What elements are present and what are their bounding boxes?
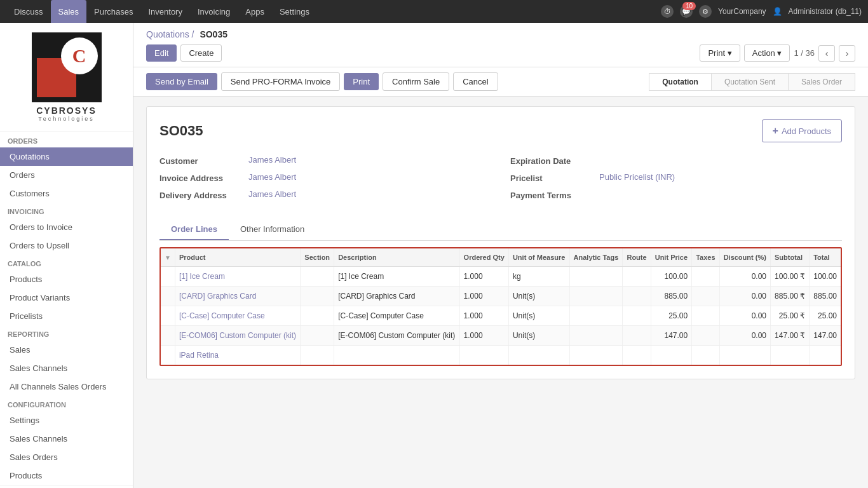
main-layout: C CYBROSYS Technologies Orders Quotation… xyxy=(0,23,868,488)
sidebar-item-orders-to-invoice[interactable]: Orders to Invoice xyxy=(0,218,133,236)
sidebar-item-customers[interactable]: Customers xyxy=(0,184,133,203)
print-button[interactable]: Print ▾ xyxy=(700,44,740,62)
action-row: Send by Email Send PRO-FORMA Invoice Pri… xyxy=(133,67,868,97)
row1-analytic xyxy=(569,267,623,287)
field-value-delivery[interactable]: James Albert xyxy=(248,189,296,199)
row4-uom: Unit(s) xyxy=(508,326,569,346)
print-action-button[interactable]: Print xyxy=(344,73,379,90)
field-label-delivery: Delivery Address xyxy=(159,189,248,200)
content-header: Quotations / SO035 Edit Create Print ▾ A… xyxy=(133,23,868,67)
send-by-email-button[interactable]: Send by Email xyxy=(146,73,217,90)
row5-total xyxy=(810,346,841,365)
row5-drag xyxy=(161,346,175,365)
row2-section xyxy=(301,287,334,306)
message-icon-wrapper[interactable]: 💬 10 xyxy=(680,5,693,18)
nav-inventory[interactable]: Inventory xyxy=(140,0,189,23)
field-value-pricelist[interactable]: Public Pricelist (INR) xyxy=(599,172,675,182)
sidebar-item-config-products[interactable]: Products xyxy=(0,466,133,485)
sidebar-brand-sub: Technologies xyxy=(10,116,123,122)
gear-icon[interactable]: ⚙ xyxy=(699,5,712,18)
action-button[interactable]: Action ▾ xyxy=(744,44,790,62)
field-label-customer: Customer xyxy=(159,155,248,166)
sidebar-item-config-sales-channels[interactable]: Sales Channels xyxy=(0,430,133,448)
sidebar-item-sales-reporting[interactable]: Sales xyxy=(0,341,133,359)
row2-product[interactable]: [CARD] Graphics Card xyxy=(175,287,300,306)
th-route[interactable]: Route xyxy=(623,248,651,267)
create-button[interactable]: Create xyxy=(180,44,222,62)
field-value-customer[interactable]: James Albert xyxy=(248,155,296,165)
th-uom[interactable]: Unit of Measure xyxy=(508,248,569,267)
prev-arrow[interactable]: ‹ xyxy=(818,45,835,62)
row5-product[interactable]: iPad Retina xyxy=(175,346,300,365)
field-pricelist: Pricelist Public Pricelist (INR) xyxy=(510,172,842,183)
nav-purchases[interactable]: Purchases xyxy=(86,0,140,23)
field-value-invoice[interactable]: James Albert xyxy=(248,172,296,182)
row3-product[interactable]: [C-Case] Computer Case xyxy=(175,306,300,326)
sidebar-item-settings[interactable]: Settings xyxy=(0,411,133,430)
th-taxes[interactable]: Taxes xyxy=(692,248,719,267)
th-analytic[interactable]: Analytic Tags xyxy=(569,248,623,267)
next-arrow[interactable]: › xyxy=(839,45,855,62)
sidebar-item-config-sales-orders[interactable]: Sales Orders xyxy=(0,448,133,466)
nav-invoicing[interactable]: Invoicing xyxy=(190,0,238,23)
table-row: [CARD] Graphics Card [CARD] Graphics Car… xyxy=(161,287,841,306)
row2-drag xyxy=(161,287,175,306)
row1-product[interactable]: [1] Ice Cream xyxy=(175,267,300,287)
nav-settings[interactable]: Settings xyxy=(272,0,317,23)
row4-discount: 0.00 xyxy=(719,326,770,346)
sidebar-item-pricelists[interactable]: Pricelists xyxy=(0,307,133,325)
row3-description: [C-Case] Computer Case xyxy=(334,306,459,326)
th-product[interactable]: Product xyxy=(175,248,300,267)
row2-analytic xyxy=(569,287,623,306)
breadcrumb-parent[interactable]: Quotations xyxy=(146,29,189,39)
th-subtotal[interactable]: Subtotal xyxy=(771,248,810,267)
confirm-sale-button[interactable]: Confirm Sale xyxy=(383,72,449,91)
sidebar-item-orders-to-upsell[interactable]: Orders to Upsell xyxy=(0,236,133,255)
row3-taxes xyxy=(692,306,719,326)
edit-button[interactable]: Edit xyxy=(146,44,177,62)
tab-other-info[interactable]: Other Information xyxy=(229,219,316,240)
nav-discuss[interactable]: Discuss xyxy=(6,0,51,23)
th-section[interactable]: Section xyxy=(301,248,334,267)
sidebar-item-all-channels[interactable]: All Channels Sales Orders xyxy=(0,377,133,396)
sidebar-item-product-variants[interactable]: Product Variants xyxy=(0,288,133,307)
tabs: Order Lines Other Information xyxy=(159,219,842,241)
company-name[interactable]: YourCompany xyxy=(718,7,766,16)
sort-icon[interactable]: ▼ xyxy=(165,254,171,261)
status-sales-order: Sales Order xyxy=(788,73,855,91)
table-row: [C-Case] Computer Case [C-Case] Computer… xyxy=(161,306,841,326)
cancel-button[interactable]: Cancel xyxy=(453,72,498,91)
table-row: iPad Retina xyxy=(161,346,841,365)
nav-sales[interactable]: Sales xyxy=(51,0,87,23)
add-products-button[interactable]: + Add Products xyxy=(762,119,842,142)
pagination-area: 1 / 36 ‹ › xyxy=(794,45,855,62)
row4-product[interactable]: [E-COM06] Custom Computer (kit) xyxy=(175,326,300,346)
breadcrumb: Quotations / SO035 xyxy=(146,29,855,39)
sidebar-item-orders[interactable]: Orders xyxy=(0,166,133,184)
row5-taxes xyxy=(692,346,719,365)
th-total[interactable]: Total xyxy=(810,248,841,267)
row5-route xyxy=(623,346,651,365)
plus-icon: + xyxy=(773,125,778,137)
field-label-payment: Payment Terms xyxy=(510,189,599,200)
sidebar: C CYBROSYS Technologies Orders Quotation… xyxy=(0,23,133,488)
tab-order-lines[interactable]: Order Lines xyxy=(159,219,229,240)
th-qty[interactable]: Ordered Qty xyxy=(459,248,508,267)
th-discount[interactable]: Discount (%) xyxy=(719,248,770,267)
clock-icon[interactable]: ⏱ xyxy=(661,5,674,18)
sidebar-logo: C CYBROSYS Technologies xyxy=(0,23,133,132)
th-unit-price[interactable]: Unit Price xyxy=(651,248,691,267)
row3-discount: 0.00 xyxy=(719,306,770,326)
th-description[interactable]: Description xyxy=(334,248,459,267)
sidebar-item-sales-channels[interactable]: Sales Channels xyxy=(0,359,133,377)
send-proforma-button[interactable]: Send PRO-FORMA Invoice xyxy=(221,72,341,91)
sidebar-item-products[interactable]: Products xyxy=(0,270,133,288)
row1-description: [1] Ice Cream xyxy=(334,267,459,287)
nav-apps[interactable]: Apps xyxy=(238,0,272,23)
row4-unit-price: 147.00 xyxy=(651,326,691,346)
table-row: [E-COM06] Custom Computer (kit) [E-COM06… xyxy=(161,326,841,346)
user-name[interactable]: Administrator (db_11) xyxy=(789,7,862,16)
row3-analytic xyxy=(569,306,623,326)
sidebar-item-quotations[interactable]: Quotations xyxy=(0,147,133,166)
sidebar-section-invoicing: Invoicing xyxy=(0,203,133,218)
